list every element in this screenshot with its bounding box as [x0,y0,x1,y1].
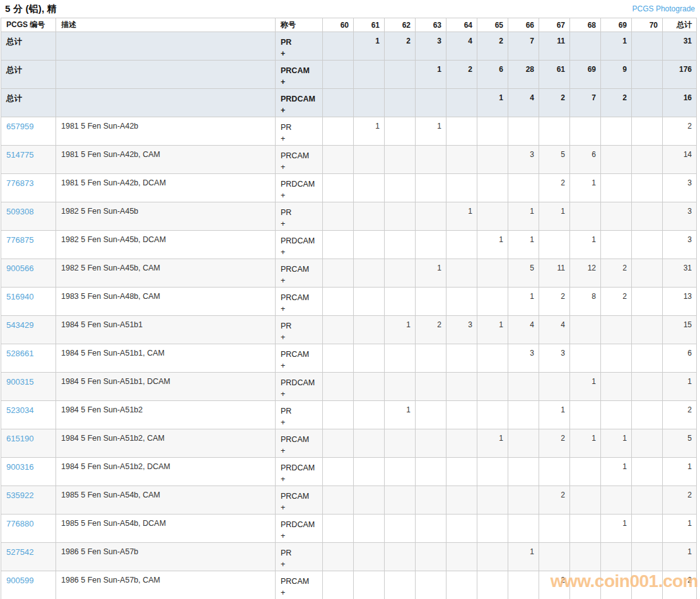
grade-count-cell [446,288,477,316]
grade-count-cell [601,146,632,174]
coin-row: 9003151984 5 Fen Sun-A51b1, DCAMPRDCAM+1… [1,373,697,401]
description-cell: 1982 5 Fen Sun-A45b, CAM [56,259,276,288]
pcgs-number-cell: 776873 [1,174,56,202]
grade-count-cell [632,288,663,316]
grade-count-cell [477,458,508,486]
pcgs-number-link[interactable]: 523034 [6,405,33,415]
row-total-cell: 2 [663,117,697,146]
pcgs-number-link[interactable]: 657959 [6,122,33,131]
grade-count-cell [416,89,446,117]
pcgs-number-link[interactable]: 509308 [6,207,33,216]
row-total-cell: 5 [663,429,697,458]
grade-count-cell [323,288,354,316]
grade-count-cell [477,117,508,146]
designation-cell: PR+ [276,202,323,231]
grade-count-cell [323,202,354,231]
pcgs-number-link[interactable]: 900599 [6,576,33,585]
grade-count-cell [632,231,663,259]
grade-count-cell: 1 [570,231,601,259]
grade-count-cell [601,401,632,429]
grade-count-cell: 1 [539,202,570,231]
designation-plus: + [281,303,322,315]
grade-count-cell [632,344,663,373]
row-total-cell: 3 [663,174,697,202]
designation-label: PRCAM [281,434,322,445]
grade-count-cell [446,231,477,259]
grade-count-cell [323,32,354,61]
designation-label: PR [281,320,322,332]
grade-count-cell [446,174,477,202]
pcgs-number-link[interactable]: 527542 [6,547,33,557]
grade-count-cell [416,202,446,231]
pcgs-number-link[interactable]: 776880 [6,519,33,528]
grade-count-cell [354,486,385,515]
pcgs-number-cell: 528661 [1,344,56,373]
designation-label: PR [281,37,322,48]
coin-row: 7768731981 5 Fen Sun-A42b, DCAMPRDCAM+21… [1,174,697,202]
grade-count-cell: 2 [416,316,446,344]
grade-count-cell [385,288,416,316]
description-cell: 1983 5 Fen Sun-A48b, CAM [56,288,276,316]
grade-count-cell [508,401,539,429]
total-row-label: 总计 [1,89,56,117]
designation-label: PRCAM [281,264,322,275]
pcgs-number-link[interactable]: 900566 [6,264,33,273]
grade-count-cell [354,231,385,259]
pcgs-number-link[interactable]: 776875 [6,235,33,245]
grade-count-cell [354,571,385,599]
grade-count-cell [354,344,385,373]
pcgs-number-link[interactable]: 615190 [6,434,33,443]
grade-count-cell [385,202,416,231]
pcgs-number-cell: 776880 [1,515,56,543]
grade-count-cell [601,202,632,231]
header-grade-61: 61 [354,18,385,32]
grade-count-cell: 3 [508,344,539,373]
grade-count-cell [323,259,354,288]
coin-row: 5286611984 5 Fen Sun-A51b1, CAMPRCAM+336 [1,344,697,373]
header-grade-65: 65 [477,18,508,32]
row-total-cell: 31 [663,32,697,61]
pcgs-number-link[interactable]: 535922 [6,491,33,500]
designation-cell: PRDCAM+ [276,515,323,543]
pcgs-number-link[interactable]: 900315 [6,377,33,387]
pcgs-number-link[interactable]: 514775 [6,150,33,160]
pcgs-photograde-link[interactable]: PCGS Photograde [633,4,695,13]
designation-cell: PRCAM+ [276,61,323,89]
grade-count-cell [477,401,508,429]
pcgs-number-link[interactable]: 900316 [6,462,33,472]
grade-count-cell: 69 [570,61,601,89]
grade-count-cell [477,515,508,543]
grade-count-cell [570,401,601,429]
pcgs-number-link[interactable]: 528661 [6,349,33,358]
coin-row: 6579591981 5 Fen Sun-A42bPR+112 [1,117,697,146]
grade-count-cell [477,202,508,231]
grade-count-cell [601,373,632,401]
pcgs-number-link[interactable]: 516940 [6,292,33,301]
grade-count-cell [570,344,601,373]
grade-count-cell [385,231,416,259]
grade-count-cell [477,543,508,571]
designation-label: PR [281,122,322,133]
grade-count-cell [354,429,385,458]
header-designation: 称号 [276,18,323,32]
grade-count-cell [323,89,354,117]
grade-count-cell [354,288,385,316]
pcgs-number-link[interactable]: 776873 [6,178,33,188]
grade-count-cell: 3 [446,316,477,344]
grade-count-cell [632,486,663,515]
grade-count-cell [416,344,446,373]
designation-cell: PR+ [276,401,323,429]
grade-count-cell [632,373,663,401]
pcgs-number-cell: 900315 [1,373,56,401]
grade-count-cell: 4 [508,316,539,344]
coin-row: 5147751981 5 Fen Sun-A42b, CAMPRCAM+3561… [1,146,697,174]
grade-count-cell [508,373,539,401]
grade-count-cell [508,117,539,146]
grade-count-cell: 61 [539,61,570,89]
grade-count-cell: 2 [601,288,632,316]
pcgs-number-cell: 776875 [1,231,56,259]
pcgs-number-link[interactable]: 543429 [6,320,33,330]
grade-count-cell [446,373,477,401]
page-title: 5 分 (铝), 精 [5,3,57,15]
grade-count-cell: 7 [570,89,601,117]
